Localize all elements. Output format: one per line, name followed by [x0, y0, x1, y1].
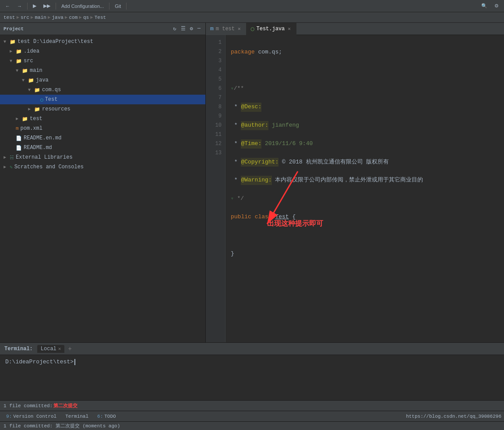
editor-tabs: m m test ✕ ◯ Test.java ✕ — [206, 23, 504, 35]
code-line-2 — [231, 66, 499, 75]
tab-maven-label: m test — [216, 26, 235, 32]
expand-arrow: ▼ — [10, 59, 16, 64]
settings-btn[interactable]: ⚙ — [492, 2, 501, 10]
tree-item-comqs[interactable]: ▼ 📁 com.qs — [0, 85, 205, 95]
tree-item-java[interactable]: ▼ 📁 java — [0, 75, 205, 85]
terminal-content[interactable]: D:\ideaProject\test> — [0, 355, 504, 400]
expand-arrow: ► — [4, 155, 10, 160]
commit-prefix: 1 file committed: — [4, 403, 53, 409]
todo-tab-label: TODO — [104, 414, 116, 419]
tree-item-ext-libs[interactable]: ► ☵ External Libraries — [0, 153, 205, 162]
folder-icon: 📁 — [22, 68, 28, 74]
settings-icon[interactable]: ⚙ — [189, 25, 194, 32]
add-config-btn[interactable]: Add Configuration... — [59, 3, 106, 10]
tab-java[interactable]: ◯ Test.java ✕ — [247, 23, 296, 35]
tree-item-src[interactable]: ▼ 📁 src — [0, 56, 205, 66]
sidebar-icons: ↻ ☰ ⚙ — — [172, 25, 202, 32]
add-terminal-tab[interactable]: + — [66, 345, 73, 352]
expand-arrow: ► — [10, 49, 16, 54]
tab-maven[interactable]: m m test ✕ — [206, 23, 247, 35]
line-numbers: 1 2 3 4 5 6 7 8 9 10 11 12 13 — [206, 35, 226, 342]
breadcrumb-item[interactable]: test — [4, 15, 15, 20]
close-local-tab[interactable]: ✕ — [58, 346, 61, 352]
breadcrumb-item[interactable]: Test — [95, 15, 106, 20]
todo-tab[interactable]: 6: TODO — [94, 413, 120, 420]
tree-item-root[interactable]: ▼ 📁 test D:\ideaProject\test — [0, 37, 205, 46]
tab-java-label: Test.java — [256, 26, 285, 32]
tree-item-readme[interactable]: 📄 README.md — [0, 143, 205, 153]
code-line-9: ▿ */ — [231, 194, 499, 203]
commit-status: 1 file committed: 第二次提交 — [4, 402, 78, 409]
project-panel-title: Project — [4, 26, 24, 32]
code-line-6: * @Time: 2019/11/6 9:40 — [231, 139, 499, 149]
collapse-icon[interactable]: ☰ — [180, 25, 187, 32]
terminal-tab[interactable]: Terminal — [62, 413, 92, 420]
breadcrumb-item[interactable]: com — [69, 15, 78, 20]
tree-item-scratches[interactable]: ► ✎ Scratches and Consoles — [0, 162, 205, 172]
git-btn[interactable]: Git — [112, 3, 123, 10]
top-toolbar: ← → ▶ ▶▶ Add Configuration... Git 🔍 ⚙ — [0, 0, 504, 12]
close-maven-tab[interactable]: ✕ — [237, 25, 242, 32]
scratch-icon: ✎ — [10, 164, 13, 170]
expand-arrow: ▼ — [4, 39, 10, 44]
main-area: Project ↻ ☰ ⚙ — ▼ 📁 test D:\ideaProject\… — [0, 23, 504, 342]
forward-btn[interactable]: → — [14, 3, 25, 10]
java-class-icon: ◯ — [40, 97, 43, 103]
code-line-7: * @Copyright: © 2018 杭州凯立通信有限公司 版权所有 — [231, 158, 499, 167]
minimize-icon[interactable]: — — [196, 25, 202, 32]
tree-item-resources[interactable]: ► 📁 resources — [0, 104, 205, 114]
tree-item-test-class[interactable]: ◯ Test — [0, 95, 205, 104]
footer-url: https://blog.csdn.net/qq_39086296 — [406, 414, 501, 419]
maven-tab-icon: m — [210, 25, 214, 32]
breadcrumb-item[interactable]: qs — [83, 15, 89, 20]
search-btn[interactable]: 🔍 — [479, 2, 490, 10]
folder-icon: 📁 — [22, 116, 28, 122]
tree-item-pom[interactable]: m pom.xml — [0, 124, 205, 133]
commit-status-bar: 1 file committed: 第二次提交 — [0, 400, 504, 411]
expand-arrow: ▼ — [22, 78, 28, 83]
commit-footer-text: 1 file committed: 第二次提交 (moments ago) — [4, 423, 120, 429]
breadcrumb: test ► src ► main ► java ► com ► qs ► Te… — [0, 12, 504, 23]
sidebar: Project ↻ ☰ ⚙ — ▼ 📁 test D:\ideaProject\… — [0, 23, 206, 342]
terminal-path: D:\ideaProject\test> — [5, 359, 74, 365]
terminal-tab-label: Terminal — [65, 414, 88, 419]
code-editor[interactable]: 1 2 3 4 5 6 7 8 9 10 11 12 13 package co… — [206, 35, 504, 342]
breadcrumb-item[interactable]: java — [52, 15, 63, 20]
bottom-toolbar: 9: Version Control Terminal 6: TODO http… — [0, 411, 504, 421]
separator — [27, 3, 28, 10]
local-tab-label: Local — [41, 346, 56, 352]
tree-item-idea[interactable]: ► 📁 .idea — [0, 46, 205, 56]
terminal-local-tab[interactable]: Local ✕ — [37, 345, 65, 353]
vc-tab-label: Version Control — [13, 414, 56, 419]
folder-resources-icon: 📁 — [34, 107, 40, 112]
code-line-13 — [231, 267, 499, 277]
editor-container: 1 2 3 4 5 6 7 8 9 10 11 12 13 package co… — [206, 35, 504, 342]
tree-item-main[interactable]: ▼ 📁 main — [0, 66, 205, 75]
terminal-label: Terminal: — [3, 346, 35, 352]
code-content[interactable]: package com.qs; ▿/** * @Desc: * @author:… — [226, 35, 504, 342]
separator3 — [109, 3, 109, 10]
sync-icon[interactable]: ↻ — [172, 25, 177, 32]
expand-arrow: ▼ — [16, 68, 22, 73]
expand-arrow: ► — [16, 117, 22, 121]
breadcrumb-item[interactable]: main — [35, 15, 46, 20]
terminal-prompt: D:\ideaProject\test> — [5, 359, 499, 365]
back-btn[interactable]: ← — [3, 3, 13, 10]
editor-area: m m test ✕ ◯ Test.java ✕ 1 2 3 4 5 6 — [206, 23, 504, 342]
breadcrumb-item[interactable]: src — [21, 15, 29, 20]
file-tree: ▼ 📁 test D:\ideaProject\test ► 📁 .idea ▼… — [0, 35, 205, 342]
run-btn[interactable]: ▶▶ — [41, 2, 53, 10]
tree-item-test-folder[interactable]: ► 📁 test — [0, 114, 205, 124]
folder-icon: 📁 — [16, 49, 22, 54]
scratches-label: Scratches and Consoles — [14, 164, 84, 170]
expand-arrow: ► — [4, 165, 10, 170]
folder-java-icon: 📁 — [28, 78, 34, 83]
version-control-tab[interactable]: 9: Version Control — [3, 413, 60, 420]
code-line-8: * @Warning: 本内容仅限于公司内部传阅，禁止外泄或用于其它商业目的 — [231, 176, 499, 185]
tree-item-readme-en[interactable]: 📄 README.en.md — [0, 133, 205, 143]
close-java-tab[interactable]: ✕ — [287, 25, 292, 32]
terminal-tabs: Terminal: Local ✕ + — [0, 343, 504, 355]
build-btn[interactable]: ▶ — [30, 2, 39, 10]
terminal-cursor — [74, 359, 75, 365]
commit-text: 第二次提交 — [53, 402, 78, 409]
